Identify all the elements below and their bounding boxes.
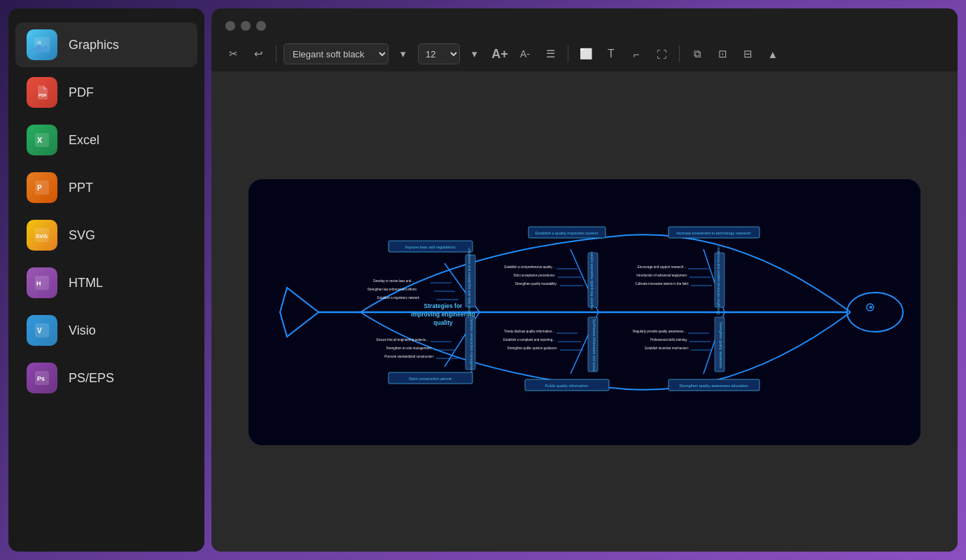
toolbar: ✂ ↩ Elegant soft black ▾ 12 ▾ A+ A- ☰ ⬜ … bbox=[211, 39, 958, 72]
svg-text:Ensure that all engineering pr: Ensure that all engineering projects... bbox=[377, 338, 428, 342]
svg-point-17 bbox=[847, 293, 903, 332]
sidebar-item-pseps[interactable]: Ps PS/EPS bbox=[15, 356, 197, 400]
svg-text:Professional skills training:: Professional skills training: bbox=[650, 338, 687, 342]
svg-text:Strengthen quality awareness e: Strengthen quality awareness education: bbox=[679, 384, 749, 388]
close-dot[interactable] bbox=[225, 21, 235, 31]
rectangle-button[interactable]: ⬜ bbox=[575, 43, 596, 64]
sidebar: Graphics PDF PDF X Excel bbox=[8, 8, 204, 552]
svg-text:Synthesize information and soc: Synthesize information and social bbox=[592, 318, 596, 371]
svg-text:X: X bbox=[37, 136, 43, 144]
main-panel: ✂ ↩ Elegant soft black ▾ 12 ▾ A+ A- ☰ ⬜ … bbox=[211, 8, 958, 552]
text-button[interactable]: T bbox=[601, 43, 622, 64]
svg-text:quality: quality bbox=[433, 319, 453, 326]
toolbar-divider-1 bbox=[276, 46, 276, 62]
toolbar-divider-3 bbox=[679, 46, 680, 62]
svg-text:PDF: PDF bbox=[38, 93, 47, 97]
sidebar-item-svg[interactable]: SVG SVG bbox=[15, 213, 197, 258]
visio-icon: V bbox=[27, 315, 57, 346]
svg-text:Regularly provide quality awar: Regularly provide quality awareness... bbox=[633, 330, 686, 333]
svg-icon: SVG bbox=[27, 220, 57, 251]
ppt-icon: P bbox=[27, 172, 57, 203]
sidebar-item-html[interactable]: H HTML bbox=[15, 260, 197, 305]
svg-text:Public quality information:: Public quality information: bbox=[545, 384, 589, 388]
svg-text:Promote standardized construct: Promote standardized construction: bbox=[384, 355, 434, 358]
canvas-area: Strategies for improving engineering qua… bbox=[211, 72, 958, 552]
font-select[interactable]: Elegant soft black bbox=[284, 43, 388, 64]
svg-text:Establish a complaint and repo: Establish a complaint and reporting... bbox=[503, 338, 555, 342]
window-controls bbox=[211, 8, 958, 39]
pointer-button[interactable]: ↩ bbox=[248, 43, 269, 64]
svg-point-1 bbox=[37, 41, 41, 45]
svg-text:Timely disclose quality inform: Timely disclose quality information... bbox=[504, 330, 554, 333]
svg-text:Strategies for: Strategies for bbox=[424, 302, 463, 309]
cursor-button[interactable]: ⛶ bbox=[651, 43, 672, 64]
font-size-select[interactable]: 12 bbox=[418, 43, 460, 64]
svg-text:Establish a comprehensive qual: Establish a comprehensive quality... bbox=[505, 265, 554, 269]
layers-button[interactable]: ⧉ bbox=[687, 43, 708, 64]
svg-text:Strengthen public opinion guid: Strengthen public opinion guidance: bbox=[507, 346, 557, 350]
fishbone-diagram: Strategies for improving engineering qua… bbox=[248, 179, 920, 445]
scissors-button[interactable]: ✂ bbox=[223, 43, 244, 64]
font-size-dropdown-button[interactable]: ▾ bbox=[464, 43, 485, 64]
svg-text:P: P bbox=[37, 184, 42, 192]
sidebar-label-ppt: PPT bbox=[69, 181, 93, 195]
svg-point-19 bbox=[869, 306, 872, 309]
maximize-dot[interactable] bbox=[256, 21, 266, 31]
sidebar-item-excel[interactable]: X Excel bbox=[15, 118, 197, 162]
svg-text:Establish incentive mechanism:: Establish incentive mechanism: bbox=[645, 346, 689, 350]
svg-text:Cultivate innovative talents i: Cultivate innovative talents in the fiel… bbox=[635, 282, 689, 286]
svg-text:SVG: SVG bbox=[36, 233, 48, 239]
increase-font-button[interactable]: A+ bbox=[489, 43, 510, 64]
sidebar-item-pdf[interactable]: PDF PDF bbox=[15, 70, 197, 115]
sidebar-item-visio[interactable]: V Visio bbox=[15, 308, 197, 353]
app-container: Graphics PDF PDF X Excel bbox=[0, 0, 966, 560]
sidebar-item-graphics[interactable]: Graphics bbox=[15, 22, 197, 67]
svg-text:Increase investment in technol: Increase investment in technology resear… bbox=[676, 231, 752, 235]
svg-text:Strengthen technical support a: Strengthen technical support and innovat… bbox=[716, 246, 720, 315]
divider-tool-button[interactable]: ⊟ bbox=[737, 43, 758, 64]
svg-text:Establish a quality inspection: Establish a quality inspection system: bbox=[535, 231, 599, 235]
sidebar-label-graphics: Graphics bbox=[69, 38, 119, 52]
sidebar-label-pdf: PDF bbox=[69, 85, 94, 100]
svg-text:Strict construction permit:: Strict construction permit: bbox=[409, 377, 453, 381]
svg-text:H: H bbox=[36, 280, 41, 287]
sidebar-item-ppt[interactable]: P PPT bbox=[15, 165, 197, 210]
toolbar-divider-2 bbox=[568, 46, 568, 62]
svg-text:Improve laws and regulations a: Improve laws and regulations and strengt… bbox=[467, 247, 471, 317]
svg-text:Improve the quality inspection: Improve the quality inspection system bbox=[589, 251, 594, 309]
svg-text:Strengthen on-site management:: Strengthen on-site management: bbox=[386, 346, 432, 350]
sidebar-label-pseps: PS/EPS bbox=[69, 371, 114, 386]
sidebar-label-visio: Visio bbox=[69, 323, 96, 338]
align-button[interactable]: ☰ bbox=[540, 43, 561, 64]
svg-text:V: V bbox=[37, 327, 42, 335]
angle-button[interactable]: ⌐ bbox=[626, 43, 647, 64]
svg-text:Optimize construction manageme: Optimize construction management bbox=[470, 317, 474, 372]
svg-text:Strengthen quality awareness: Strengthen quality awareness bbox=[719, 322, 723, 368]
decrease-font-button[interactable]: A- bbox=[514, 43, 536, 64]
minimize-dot[interactable] bbox=[241, 21, 251, 31]
triangle-button[interactable]: ▲ bbox=[762, 43, 783, 64]
sidebar-label-svg: SVG bbox=[69, 228, 95, 243]
svg-text:Improve laws and regulations:: Improve laws and regulations: bbox=[405, 245, 456, 249]
crop-button[interactable]: ⊡ bbox=[712, 43, 733, 64]
font-dropdown-button[interactable]: ▾ bbox=[393, 43, 414, 64]
svg-text:Strengthen law enforcement eff: Strengthen law enforcement efforts: bbox=[368, 288, 417, 291]
svg-text:Ps: Ps bbox=[37, 375, 45, 382]
sidebar-label-excel: Excel bbox=[69, 133, 99, 148]
svg-text:improving engineering: improving engineering bbox=[411, 311, 475, 318]
svg-text:Strengthen quality traceabilit: Strengthen quality traceability: bbox=[515, 282, 557, 286]
graphics-icon bbox=[27, 29, 57, 60]
svg-text:Introduction of advanced equip: Introduction of advanced equipment: bbox=[636, 274, 687, 277]
sidebar-label-html: HTML bbox=[69, 276, 103, 290]
html-icon: H bbox=[27, 267, 57, 298]
svg-text:Strict acceptance procedures:: Strict acceptance procedures: bbox=[513, 274, 555, 277]
svg-text:Encourage and support research: Encourage and support research... bbox=[638, 265, 686, 269]
pseps-icon: Ps bbox=[27, 363, 57, 393]
excel-icon: X bbox=[27, 125, 57, 155]
pdf-icon: PDF bbox=[27, 77, 57, 108]
svg-text:Develop or revise laws and...: Develop or revise laws and... bbox=[373, 279, 414, 283]
svg-text:Establish a regulatory network: Establish a regulatory network bbox=[377, 296, 420, 300]
